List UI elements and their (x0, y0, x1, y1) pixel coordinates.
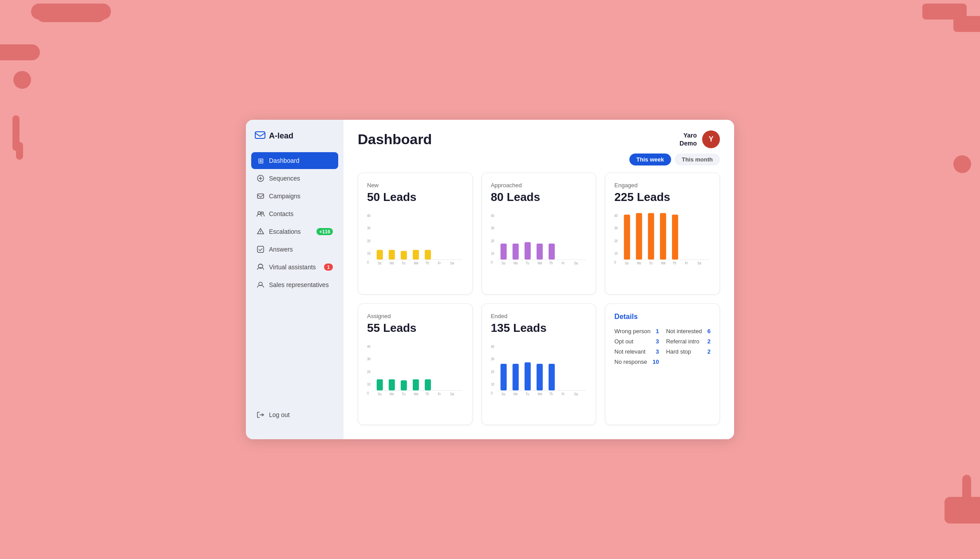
svg-rect-92 (512, 364, 518, 390)
svg-rect-55 (624, 215, 630, 260)
svg-text:Mo: Mo (390, 391, 394, 395)
sidebar-item-campaigns[interactable]: Campaigns (251, 188, 338, 205)
svg-text:Sa: Sa (698, 260, 702, 264)
svg-rect-38 (512, 244, 518, 260)
svg-rect-73 (377, 379, 383, 390)
this-week-button[interactable]: This week (629, 154, 671, 165)
detail-label-wrong-person: Wrong person (614, 328, 650, 335)
sidebar-item-logout[interactable]: Log out (251, 406, 338, 423)
svg-text:0: 0 (367, 260, 369, 264)
card-assigned-value: 55 Leads (367, 321, 463, 335)
sidebar-item-label-logout: Log out (269, 411, 290, 418)
svg-rect-95 (549, 364, 555, 390)
svg-text:Sa: Sa (450, 260, 454, 264)
card-engaged-value: 225 Leads (614, 190, 711, 204)
svg-text:Sa: Sa (450, 391, 454, 395)
svg-rect-39 (524, 242, 530, 260)
svg-text:Fr: Fr (438, 391, 441, 395)
svg-rect-58 (660, 213, 666, 260)
svg-text:0: 0 (367, 390, 369, 395)
chart-new-svg: 40 30 20 10 0 Su (367, 211, 463, 264)
detail-value-referral-intro: 2 (707, 338, 711, 345)
card-ended: Ended 135 Leads 40 30 20 10 0 (482, 303, 597, 425)
escalations-badge: +116 (316, 228, 333, 235)
svg-text:10: 10 (491, 381, 494, 386)
sidebar-item-sequences[interactable]: Sequences (251, 170, 338, 187)
sidebar-item-dashboard[interactable]: ⊞ Dashboard (251, 152, 338, 169)
card-new-label: New (367, 182, 463, 189)
svg-text:Mo: Mo (637, 260, 641, 264)
card-approached-label: Approached (491, 182, 587, 189)
chart-ended-svg: 40 30 20 10 0 Su Mo Tu We (491, 342, 587, 395)
dashboard-icon: ⊞ (257, 157, 265, 165)
logout-icon (257, 411, 265, 419)
app-container: A-lead ⊞ Dashboard Sequences (246, 120, 734, 439)
card-engaged: Engaged 225 Leads 40 30 20 10 0 (605, 173, 720, 295)
svg-text:20: 20 (491, 238, 494, 244)
card-ended-value: 135 Leads (491, 321, 587, 335)
detail-row-wrong-person: Wrong person 1 (614, 328, 659, 335)
svg-rect-41 (549, 244, 555, 260)
chart-assigned-svg: 40 30 20 10 0 Su Mo Tu We (367, 342, 463, 395)
svg-text:40: 40 (614, 213, 618, 218)
detail-label-no-response: No response (614, 358, 647, 365)
sidebar-item-label-contacts: Contacts (269, 210, 293, 217)
svg-rect-20 (389, 250, 395, 260)
card-approached-value: 80 Leads (491, 190, 587, 204)
user-area: Yaro Demo Y (680, 130, 720, 148)
svg-text:We: We (414, 260, 419, 264)
detail-row-referral-intro: Referral intro 2 (666, 338, 711, 345)
svg-text:10: 10 (491, 251, 494, 256)
detail-label-hard-stop: Hard stop (666, 348, 691, 355)
detail-value-not-relevant: 3 (656, 348, 659, 355)
svg-text:We: We (537, 260, 542, 264)
svg-text:0: 0 (614, 260, 616, 264)
svg-text:30: 30 (491, 356, 494, 362)
logo-area: A-lead (246, 130, 344, 152)
chart-ended: 40 30 20 10 0 Su Mo Tu We (491, 342, 587, 395)
svg-rect-21 (401, 251, 407, 260)
svg-rect-0 (255, 132, 265, 138)
svg-text:20: 20 (367, 238, 371, 244)
svg-text:10: 10 (614, 251, 618, 256)
sidebar-item-contacts[interactable]: Contacts (251, 205, 338, 222)
sidebar-item-label-answers: Answers (269, 246, 293, 253)
sidebar-item-escalations[interactable]: Escalations +116 (251, 223, 338, 240)
sidebar-item-label-sequences: Sequences (269, 175, 300, 182)
svg-rect-56 (636, 213, 642, 260)
svg-text:30: 30 (614, 225, 618, 231)
avatar[interactable]: Y (702, 130, 720, 148)
sidebar-item-sales-representatives[interactable]: Sales representatives (251, 276, 338, 293)
svg-text:Mo: Mo (514, 260, 518, 264)
svg-text:We: We (414, 391, 419, 395)
svg-text:40: 40 (367, 213, 371, 218)
answers-icon (257, 245, 265, 253)
svg-text:40: 40 (491, 213, 494, 218)
svg-text:Th: Th (426, 260, 429, 264)
detail-label-opt-out: Opt out (614, 338, 633, 345)
card-assigned-label: Assigned (367, 313, 463, 319)
svg-rect-77 (425, 379, 431, 390)
detail-value-opt-out: 3 (656, 338, 659, 345)
svg-text:Su: Su (378, 260, 382, 264)
svg-text:0: 0 (491, 390, 493, 395)
campaigns-icon (257, 192, 265, 200)
svg-rect-37 (500, 244, 506, 260)
details-grid: Wrong person 1 Not interested 6 Opt out … (614, 328, 711, 365)
svg-text:20: 20 (614, 238, 618, 244)
sales-reps-icon (257, 281, 265, 289)
this-month-button[interactable]: This month (675, 154, 720, 165)
dashboard-grid: New 50 Leads 40 30 20 10 0 (344, 173, 734, 439)
logo-text: A-lead (269, 131, 293, 141)
svg-rect-19 (377, 250, 383, 260)
svg-text:30: 30 (367, 225, 371, 231)
card-details: Details Wrong person 1 Not interested 6 … (605, 303, 720, 425)
detail-label-not-interested: Not interested (666, 328, 702, 335)
svg-point-6 (261, 212, 264, 214)
sidebar-item-virtual-assistants[interactable]: Virtual assistants 1 (251, 259, 338, 276)
sidebar: A-lead ⊞ Dashboard Sequences (246, 120, 344, 439)
svg-text:Sa: Sa (574, 260, 578, 264)
user-name: Yaro Demo (680, 131, 697, 147)
svg-text:10: 10 (367, 381, 371, 386)
sidebar-item-answers[interactable]: Answers (251, 241, 338, 258)
